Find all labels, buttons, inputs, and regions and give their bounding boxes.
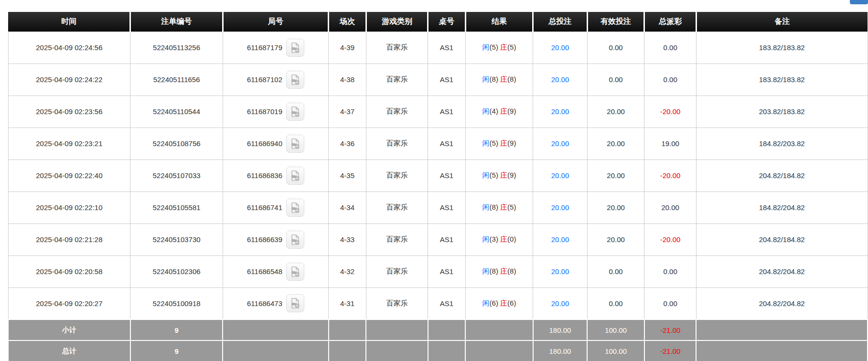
round-number: 611686940: [247, 139, 282, 148]
header-session: 场次: [329, 12, 366, 32]
bet-number-cell: 522405105581: [130, 191, 223, 223]
total-bet-cell[interactable]: 20.00: [533, 191, 588, 223]
round-number: 611687019: [247, 107, 282, 116]
game-type-cell: 百家乐: [366, 191, 428, 223]
header-remark: 备注: [696, 12, 868, 32]
game-type-cell: 百家乐: [366, 32, 428, 64]
header-round-number: 局号: [223, 12, 328, 32]
time-cell: 2025-04-09 02:23:21: [8, 127, 130, 159]
video-replay-button[interactable]: [286, 135, 304, 153]
result-player-label: 闲: [482, 203, 490, 211]
time-cell: 2025-04-09 02:20:58: [8, 255, 130, 287]
session-cell: 4-39: [329, 32, 366, 64]
scroll-top-button[interactable]: [850, 0, 868, 4]
footer-empty-cell: [465, 340, 533, 361]
total-payout-cell: 0.00: [644, 64, 697, 96]
time-cell: 2025-04-09 02:24:22: [8, 64, 130, 96]
total-bet-cell[interactable]: 20.00: [533, 64, 588, 96]
result-banker-label: 庄: [500, 107, 507, 115]
session-cell: 4-35: [329, 159, 366, 191]
bet-number-cell: 522405111656: [130, 64, 223, 96]
table-number-cell: AS1: [428, 127, 466, 159]
round-number: 611686548: [247, 267, 282, 276]
round-number-cell: 611687179: [223, 32, 328, 64]
result-cell: 闲(5) 庄(9): [465, 127, 533, 159]
total-bet-cell[interactable]: 20.00: [533, 96, 588, 127]
result-player-label: 闲: [482, 235, 490, 243]
footer-total-payout: -21.00: [644, 340, 697, 361]
table-row: 2025-04-09 02:23:56 522405110544 6116870…: [8, 96, 868, 127]
table-row: 2025-04-09 02:24:22 522405111656 6116871…: [8, 64, 868, 96]
total-payout-cell: 0.00: [644, 287, 697, 319]
footer-empty-cell: [329, 319, 366, 340]
footer-empty-cell: [696, 319, 868, 340]
valid-bet-cell: 20.00: [587, 191, 644, 223]
total-payout-cell: -20.00: [644, 159, 697, 191]
video-replay-button[interactable]: [286, 263, 304, 281]
bet-records-panel: 时间 注单编号 局号 场次 游戏类别 桌号 结果 总投注 有效投注 总派彩 备注…: [8, 12, 868, 361]
grand-total-row: 总计 9 180.00 100.00 -21.00: [8, 340, 868, 361]
total-bet-cell[interactable]: 20.00: [533, 223, 588, 255]
bet-records-table: 时间 注单编号 局号 场次 游戏类别 桌号 结果 总投注 有效投注 总派彩 备注…: [8, 12, 868, 361]
footer-empty-cell: [223, 319, 328, 340]
total-bet-cell[interactable]: 20.00: [533, 32, 588, 64]
header-valid-bet: 有效投注: [587, 12, 644, 32]
video-replay-icon: [289, 170, 301, 181]
footer-empty-cell: [428, 319, 466, 340]
video-replay-button[interactable]: [286, 103, 304, 121]
total-bet-cell[interactable]: 20.00: [533, 159, 588, 191]
valid-bet-cell: 20.00: [587, 127, 644, 159]
footer-label: 总计: [8, 340, 130, 361]
bet-number-cell: 522405103730: [130, 223, 223, 255]
total-payout-cell: 20.00: [644, 191, 697, 223]
video-replay-icon: [289, 42, 301, 53]
session-cell: 4-32: [329, 255, 366, 287]
header-table-number: 桌号: [428, 12, 466, 32]
video-replay-button[interactable]: [286, 39, 304, 57]
table-body: 2025-04-09 02:24:56 522405113256 6116871…: [8, 32, 868, 319]
video-replay-button[interactable]: [286, 294, 304, 312]
total-bet-cell[interactable]: 20.00: [533, 127, 588, 159]
round-number: 611687102: [247, 75, 282, 84]
video-replay-button[interactable]: [286, 199, 304, 217]
session-cell: 4-34: [329, 191, 366, 223]
remark-cell: 204.82/184.82: [696, 223, 868, 255]
bet-number-cell: 522405107033: [130, 159, 223, 191]
video-replay-button[interactable]: [286, 167, 304, 185]
result-cell: 闲(8) 庄(8): [465, 64, 533, 96]
video-replay-icon: [289, 106, 301, 117]
header-game-type: 游戏类别: [366, 12, 428, 32]
total-bet-cell[interactable]: 20.00: [533, 255, 588, 287]
session-cell: 4-31: [329, 287, 366, 319]
result-banker-label: 庄: [500, 235, 507, 243]
time-cell: 2025-04-09 02:24:56: [8, 32, 130, 64]
footer-empty-cell: [428, 340, 466, 361]
result-cell: 闲(8) 庄(8): [465, 255, 533, 287]
remark-cell: 204.82/204.82: [696, 255, 868, 287]
footer-empty-cell: [366, 340, 428, 361]
round-number: 611686836: [247, 171, 282, 180]
footer-count: 9: [130, 319, 223, 340]
total-payout-cell: 0.00: [644, 32, 697, 64]
time-cell: 2025-04-09 02:22:40: [8, 159, 130, 191]
session-cell: 4-36: [329, 127, 366, 159]
table-row: 2025-04-09 02:24:56 522405113256 6116871…: [8, 32, 868, 64]
footer-empty-cell: [366, 319, 428, 340]
video-replay-icon: [289, 297, 301, 309]
video-replay-button[interactable]: [286, 71, 304, 89]
game-type-cell: 百家乐: [366, 96, 428, 127]
video-replay-button[interactable]: [286, 231, 304, 249]
result-player-label: 闲: [482, 75, 490, 83]
round-number-cell: 611686639: [223, 223, 328, 255]
footer-empty-cell: [329, 340, 366, 361]
round-number: 611687179: [247, 43, 282, 52]
footer-total-bet: 180.00: [533, 319, 588, 340]
table-number-cell: AS1: [428, 159, 466, 191]
result-banker-label: 庄: [500, 139, 507, 147]
total-bet-cell[interactable]: 20.00: [533, 287, 588, 319]
result-banker-label: 庄: [500, 75, 507, 83]
video-replay-icon: [289, 138, 301, 149]
bet-number-cell: 522405108756: [130, 127, 223, 159]
video-replay-icon: [289, 234, 301, 245]
remark-cell: 183.82/183.82: [696, 64, 868, 96]
